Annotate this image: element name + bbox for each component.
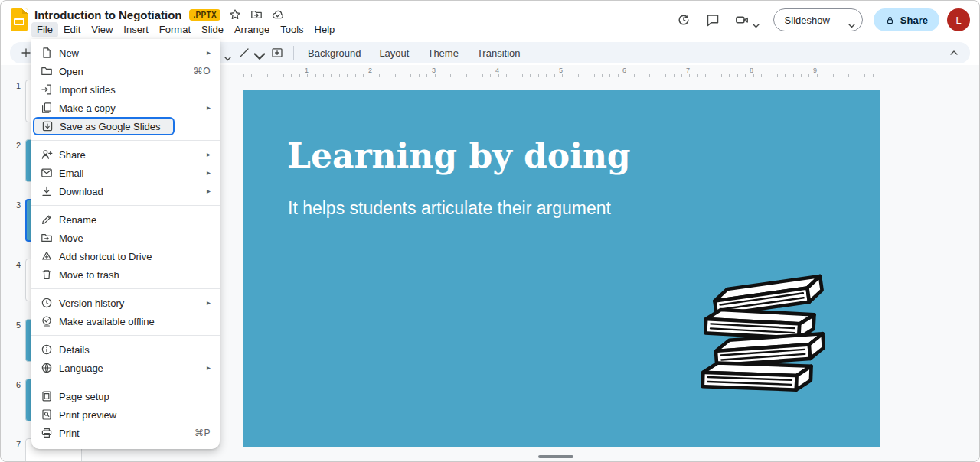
menubar-format[interactable]: Format — [154, 22, 196, 37]
account-avatar[interactable]: L — [947, 8, 970, 31]
line-icon — [238, 47, 250, 59]
submenu-arrow-icon: ▸ — [207, 299, 211, 307]
submenu-arrow-icon: ▸ — [207, 187, 211, 195]
menu-divider — [31, 205, 220, 206]
menu-item-email[interactable]: Email ▸ — [31, 164, 220, 182]
toolbar-separator — [293, 46, 294, 60]
open-folder-icon — [41, 65, 53, 77]
menu-item-print[interactable]: Print ⌘P — [31, 424, 220, 442]
menubar-edit[interactable]: Edit — [58, 22, 86, 37]
menu-item-label: Rename — [59, 214, 96, 226]
theme-button[interactable]: Theme — [420, 45, 466, 61]
chevron-down-icon — [253, 50, 260, 55]
collapse-toolbar-button[interactable] — [944, 44, 964, 62]
menu-item-label: Print preview — [59, 409, 116, 421]
menu-item-label: Move — [59, 233, 83, 244]
version-history-icon[interactable] — [672, 8, 695, 31]
menubar-tools[interactable]: Tools — [275, 22, 309, 37]
menubar-file[interactable]: File — [31, 22, 58, 37]
title-row: Introduction to Negotiation .PPTX — [34, 7, 285, 22]
slideshow-dropdown-button[interactable] — [841, 9, 862, 31]
slide-subtitle[interactable]: It helps students articulate their argum… — [288, 198, 611, 219]
background-button[interactable]: Background — [300, 45, 368, 61]
menu-item-label: Import slides — [59, 84, 116, 96]
download-icon — [41, 185, 53, 197]
language-globe-icon — [41, 362, 53, 374]
share-button[interactable]: Share — [874, 8, 939, 31]
menu-item-add-shortcut-to-drive[interactable]: Add shortcut to Drive — [31, 247, 220, 265]
horizontal-scrollbar[interactable] — [538, 455, 573, 458]
comments-icon[interactable] — [701, 8, 724, 31]
trash-icon — [41, 268, 53, 281]
video-camera-icon — [733, 8, 750, 31]
file-menu-dropdown: New ▸ Open ⌘O Import slides Make a copy … — [31, 39, 220, 449]
menu-item-import-slides[interactable]: Import slides — [31, 80, 220, 99]
menu-item-label: Page setup — [59, 391, 109, 402]
transition-button[interactable]: Transition — [469, 45, 528, 61]
menu-item-page-setup[interactable]: Page setup — [31, 387, 220, 405]
slide-number: 7 — [7, 440, 21, 449]
header-actions: Slideshow Share L — [672, 8, 970, 32]
meet-button[interactable] — [730, 8, 763, 31]
menu-item-rename[interactable]: Rename — [31, 210, 220, 229]
menu-item-share[interactable]: Share ▸ — [31, 145, 220, 164]
menu-item-open[interactable]: Open ⌘O — [31, 62, 220, 80]
move-folder-icon[interactable] — [250, 8, 263, 21]
submenu-arrow-icon: ▸ — [207, 364, 211, 372]
menu-item-make-available-offline[interactable]: Make available offline — [31, 312, 220, 330]
slide-number: 1 — [7, 81, 21, 90]
submenu-arrow-icon: ▸ — [207, 151, 211, 158]
line-tool-button[interactable] — [234, 44, 264, 62]
menu-item-label: New — [59, 47, 79, 59]
menubar-insert[interactable]: Insert — [118, 22, 154, 37]
slide-title[interactable]: Learning by doing — [287, 136, 631, 175]
menubar-slide[interactable]: Slide — [196, 22, 229, 37]
menu-item-new[interactable]: New ▸ — [31, 44, 220, 62]
ruler: 1 2 3 4 5 6 7 8 9 — [243, 67, 880, 77]
menubar-view[interactable]: View — [86, 22, 118, 37]
ruler-tick: 1 — [305, 67, 309, 74]
menu-item-version-history[interactable]: Version history ▸ — [31, 294, 220, 312]
chevron-down-icon[interactable] — [224, 50, 231, 55]
menubar-arrange[interactable]: Arrange — [229, 22, 275, 37]
insert-placeholder-button[interactable] — [267, 44, 287, 62]
menu-item-download[interactable]: Download ▸ — [31, 182, 220, 200]
print-preview-icon — [41, 408, 53, 421]
layout-button[interactable]: Layout — [371, 45, 416, 61]
menu-item-save-as-google-slides[interactable]: Save as Google Slides — [31, 117, 220, 135]
save-as-google-slides-icon — [41, 120, 54, 132]
shortcut-label: ⌘P — [194, 428, 211, 438]
share-label: Share — [900, 15, 928, 26]
menu-bar: File Edit View Insert Format Slide Arran… — [31, 22, 340, 37]
star-icon[interactable] — [228, 8, 242, 21]
app-window: Introduction to Negotiation .PPTX File E… — [0, 0, 980, 462]
menu-item-details[interactable]: Details — [31, 340, 220, 359]
slide-number: 2 — [7, 141, 21, 150]
doc-title[interactable]: Introduction to Negotiation — [34, 8, 181, 21]
print-icon — [41, 427, 53, 439]
menu-item-make-a-copy[interactable]: Make a copy ▸ — [31, 99, 220, 117]
menubar-help[interactable]: Help — [309, 22, 341, 37]
ruler-tick: 4 — [495, 67, 499, 74]
slideshow-button[interactable]: Slideshow — [774, 9, 841, 31]
menu-item-print-preview[interactable]: Print preview — [31, 405, 220, 424]
menu-item-move-to-trash[interactable]: Move to trash — [31, 265, 220, 284]
menu-item-language[interactable]: Language ▸ — [31, 359, 220, 377]
menu-item-label: Make available offline — [59, 316, 155, 327]
menu-item-label: Save as Google Slides — [60, 121, 161, 132]
menu-item-move[interactable]: Move — [31, 229, 220, 247]
books-clipart[interactable] — [694, 271, 833, 405]
ruler-tick: 7 — [686, 67, 690, 74]
menu-item-label: Add shortcut to Drive — [59, 251, 152, 262]
shortcut-label: ⌘O — [194, 66, 211, 76]
slides-app-icon[interactable] — [11, 8, 28, 31]
slide-number: 5 — [7, 320, 21, 330]
new-document-icon — [41, 47, 53, 59]
ruler-tick: 9 — [813, 67, 817, 74]
ruler-tick: 2 — [368, 67, 372, 74]
rename-icon — [41, 213, 53, 226]
slide-canvas[interactable]: Learning by doing It helps students arti… — [243, 90, 880, 447]
cloud-status-icon[interactable] — [271, 8, 285, 21]
menu-item-label: Details — [59, 344, 90, 356]
chevron-down-icon — [753, 18, 760, 22]
